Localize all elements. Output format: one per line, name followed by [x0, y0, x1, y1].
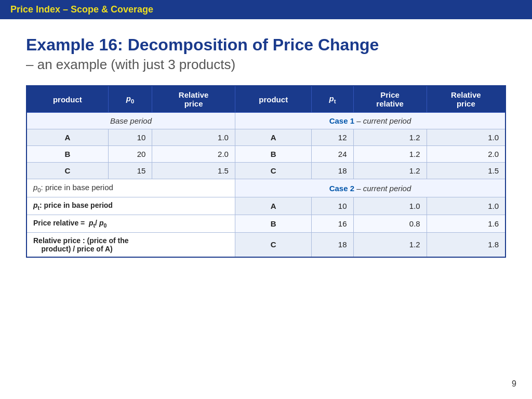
- case1-label: Case 1: [329, 116, 354, 125]
- case1-pt-c: 18: [312, 163, 353, 179]
- case2-relprice-b: 1.6: [427, 215, 506, 233]
- case1-product-c: C: [235, 163, 312, 179]
- top-bar-title: Price Index – Scope & Coverage: [10, 4, 153, 15]
- case2-rest: – current period: [356, 184, 411, 193]
- case2-pt-b: 16: [312, 215, 353, 233]
- case2-header: Case 2 – current period: [235, 179, 506, 197]
- col-header-relative-price-left: Relativeprice: [152, 86, 235, 113]
- col-header-product-right: product: [235, 86, 312, 113]
- case1-pricerel-c: 1.2: [353, 163, 427, 179]
- table-row: pt: price in base period A 10 1.0 1.0: [26, 197, 506, 215]
- col-header-relative-price-right: Relativeprice: [427, 86, 506, 113]
- case1-pt-b: 24: [312, 146, 353, 163]
- case2-relprice-a: 1.0: [427, 197, 506, 215]
- top-bar: Price Index – Scope & Coverage: [0, 0, 532, 19]
- base-product-a: A: [26, 129, 108, 146]
- base-period-label: Base period: [26, 113, 235, 129]
- base-p0-a: 10: [108, 129, 152, 146]
- case1-relprice-b: 2.0: [427, 146, 506, 163]
- base-relprice-c: 1.5: [152, 163, 235, 179]
- case1-product-a: A: [235, 129, 312, 146]
- footnote-3: Price relative = pt/ p0: [26, 215, 235, 233]
- table-row: C 15 1.5 C 18 1.2 1.5: [26, 163, 506, 179]
- col-header-product-left: product: [26, 86, 108, 113]
- case2-label: Case 2: [329, 184, 354, 193]
- col-header-pt: pt: [312, 86, 353, 113]
- case1-relprice-c: 1.5: [427, 163, 506, 179]
- footnote-2: pt: price in base period: [26, 197, 235, 215]
- slide-subtitle: – an example (with just 3 products): [26, 57, 506, 73]
- case1-pricerel-b: 1.2: [353, 146, 427, 163]
- case1-relprice-a: 1.0: [427, 129, 506, 146]
- case2-pt-c: 18: [312, 232, 353, 257]
- case2-pricerel-b: 0.8: [353, 215, 427, 233]
- base-relprice-a: 1.0: [152, 129, 235, 146]
- table-row: Relative price : (price of the product) …: [26, 232, 506, 257]
- data-table: product p0 Relativeprice product pt Pric…: [26, 85, 506, 258]
- footnote-1: p0: price in base period: [26, 179, 235, 197]
- base-p0-b: 20: [108, 146, 152, 163]
- page-number: 9: [512, 379, 516, 389]
- case2-pricerel-a: 1.0: [353, 197, 427, 215]
- table-row: B 20 2.0 B 24 1.2 2.0: [26, 146, 506, 163]
- case2-relprice-c: 1.8: [427, 232, 506, 257]
- base-product-b: B: [26, 146, 108, 163]
- base-relprice-b: 2.0: [152, 146, 235, 163]
- case2-product-b: B: [235, 215, 312, 233]
- footnote-4: Relative price : (price of the product) …: [26, 232, 235, 257]
- case2-pricerel-c: 1.2: [353, 232, 427, 257]
- base-product-c: C: [26, 163, 108, 179]
- case1-header: Case 1 – current period: [235, 113, 506, 129]
- main-content: Example 16: Decomposition of Price Chang…: [0, 19, 532, 268]
- case1-rest: – current period: [356, 116, 411, 125]
- col-header-price-relative: Pricerelative: [353, 86, 427, 113]
- slide-title: Example 16: Decomposition of Price Chang…: [26, 35, 506, 55]
- table-row: Price relative = pt/ p0 B 16 0.8 1.6: [26, 215, 506, 233]
- col-header-p0: p0: [108, 86, 152, 113]
- case1-product-b: B: [235, 146, 312, 163]
- case1-pricerel-a: 1.2: [353, 129, 427, 146]
- base-period-row: Base period Case 1 – current period: [26, 113, 506, 129]
- case2-pt-a: 10: [312, 197, 353, 215]
- footnote-case2-header-row: p0: price in base period Case 2 – curren…: [26, 179, 506, 197]
- case2-product-c: C: [235, 232, 312, 257]
- table-row: A 10 1.0 A 12 1.2 1.0: [26, 129, 506, 146]
- base-p0-c: 15: [108, 163, 152, 179]
- case1-pt-a: 12: [312, 129, 353, 146]
- case2-product-a: A: [235, 197, 312, 215]
